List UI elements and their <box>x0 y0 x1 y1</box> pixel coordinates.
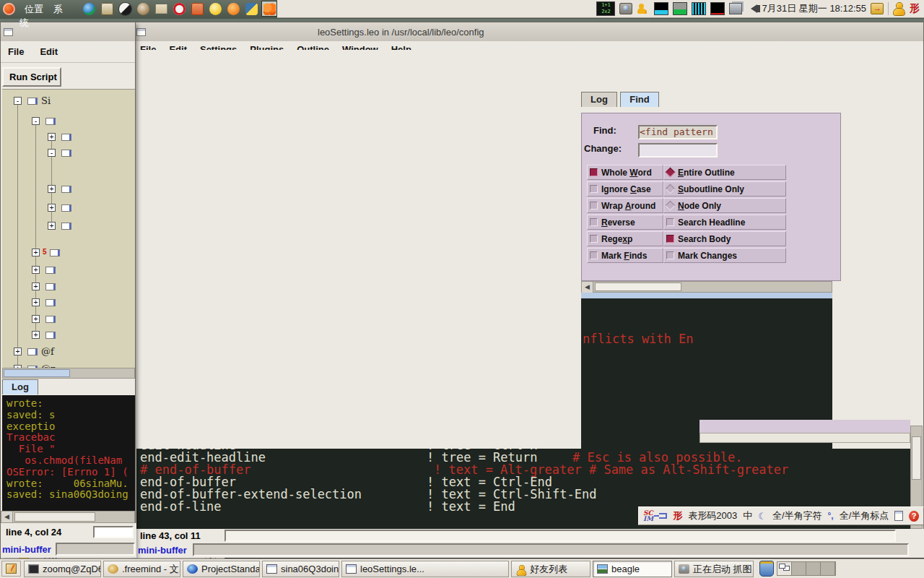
node-icon[interactable] <box>45 283 56 290</box>
expand-icon[interactable]: + <box>48 204 56 212</box>
scrollbar-thumb[interactable] <box>595 282 681 291</box>
menu-edit[interactable]: Edit <box>169 41 187 50</box>
butterfly-launcher[interactable] <box>261 1 277 17</box>
volume-icon[interactable] <box>746 4 757 13</box>
taskbar-button-.freemind - 文...[interactable]: .freemind - 文... <box>103 561 180 577</box>
node-icon[interactable] <box>61 134 71 141</box>
scim-tray-icon[interactable]: 形 <box>910 2 920 15</box>
tree-node[interactable]: -Si <box>2 95 135 107</box>
node-icon[interactable] <box>27 98 38 105</box>
punctuation-mode-icon[interactable]: °, <box>828 511 834 521</box>
leo-log-pane[interactable]: wrote:saved: sexceptioTracebac File " os… <box>2 395 135 511</box>
screenshot-launcher[interactable] <box>99 1 115 17</box>
chinese-mode-toggle[interactable]: 中 <box>743 509 752 522</box>
minibuffer-input[interactable] <box>56 543 135 556</box>
expand-icon[interactable]: + <box>32 266 40 274</box>
node-icon[interactable] <box>61 150 71 157</box>
workspace-switcher[interactable] <box>777 561 836 576</box>
mail-launcher[interactable] <box>153 1 169 17</box>
find-option[interactable]: Ignore Case <box>587 181 663 197</box>
ime-engine-icon[interactable]: 形 <box>673 509 682 522</box>
taskbar-button-正在启动 抓图[interactable]: 正在启动 抓图 <box>674 561 754 577</box>
node-icon[interactable] <box>45 267 56 274</box>
panel-menu-位置[interactable]: 位置 <box>19 1 48 17</box>
find-option[interactable]: Entire Outline <box>663 165 786 180</box>
radio-icon[interactable] <box>666 201 676 211</box>
expand-icon[interactable]: + <box>32 282 40 290</box>
expand-icon[interactable]: + <box>32 249 40 256</box>
menu-file[interactable]: File <box>8 46 24 57</box>
node-icon[interactable] <box>61 204 71 212</box>
show-desktop-button[interactable] <box>1 561 21 577</box>
pin-icon[interactable] <box>659 513 667 519</box>
opera-launcher[interactable] <box>171 1 187 17</box>
lock-screen-icon[interactable] <box>637 3 650 14</box>
display-tray-icon[interactable] <box>729 3 742 14</box>
ime-name-label[interactable]: 表形码2003 <box>688 509 737 522</box>
menu-settings[interactable]: Settings <box>200 41 237 50</box>
checkbox-icon[interactable] <box>666 235 674 243</box>
scroll-left-arrow-icon[interactable]: ◀ <box>1 512 13 522</box>
checkbox-icon[interactable] <box>666 251 674 259</box>
tree-node[interactable]: - <box>2 147 135 159</box>
node-icon[interactable] <box>50 249 60 256</box>
gimp-launcher[interactable] <box>135 1 151 17</box>
find-pattern-input[interactable]: <find pattern here> <box>638 125 718 139</box>
checkbox-icon[interactable] <box>590 202 598 210</box>
collapse-icon[interactable]: - <box>48 149 56 157</box>
tree-horizontal-scrollbar[interactable] <box>2 368 135 379</box>
radio-icon[interactable] <box>666 168 676 178</box>
tree-node[interactable]: + <box>2 329 135 341</box>
bsuite-launcher[interactable] <box>189 1 205 17</box>
taskbar-button-sina06Q3doin...[interactable]: sina06Q3doin... <box>262 561 339 577</box>
workspace-3[interactable] <box>806 562 821 575</box>
tab-find[interactable]: Find <box>620 92 658 107</box>
taskbar-button-好友列表[interactable]: 好友列表 <box>511 561 590 577</box>
outline-horizontal-scrollbar[interactable]: ◀ <box>581 281 832 293</box>
collapse-icon[interactable]: - <box>14 97 22 105</box>
im-presence-tray-icon[interactable] <box>893 3 905 15</box>
log-horizontal-scrollbar[interactable]: ◀ <box>1 511 135 523</box>
find-option[interactable]: Search Body <box>663 231 786 246</box>
menu-window[interactable]: Window <box>342 41 378 50</box>
screenshot-tray-icon[interactable] <box>619 3 632 14</box>
window-menu-icon[interactable] <box>136 28 146 36</box>
scim-input-bar[interactable]: SCIM 形 表形码2003 中 ☾ 全/半角字符 °, 全/半角标点 ? <box>638 506 924 525</box>
workspace-4[interactable] <box>821 562 835 575</box>
minibuffer-input[interactable] <box>193 543 909 556</box>
find-option[interactable]: Suboutline Only <box>663 181 786 197</box>
find-option[interactable]: Mark Changes <box>663 248 786 263</box>
expand-icon[interactable]: + <box>14 348 22 355</box>
find-option[interactable]: Reverse <box>587 215 663 230</box>
disk-monitor-applet[interactable] <box>710 2 725 15</box>
tree-node[interactable]: + <box>2 220 135 232</box>
menu-outline[interactable]: Outline <box>297 41 329 50</box>
expand-icon[interactable]: + <box>32 298 40 306</box>
scroll-left-arrow-icon[interactable]: ◀ <box>582 282 593 293</box>
window-menu-icon[interactable] <box>4 28 13 36</box>
skype-launcher[interactable] <box>225 1 241 17</box>
contrast-launcher[interactable] <box>117 1 133 17</box>
find-option[interactable]: Wrap Around <box>587 198 663 213</box>
find-option[interactable]: Mark Finds <box>587 248 663 263</box>
expand-icon[interactable]: + <box>48 133 56 141</box>
tree-node[interactable]: + <box>2 184 135 195</box>
taskbar-button-leoSettings.le...[interactable]: leoSettings.le... <box>341 561 509 577</box>
menu-edit[interactable]: Edit <box>40 46 58 57</box>
tree-node[interactable]: +@f <box>2 346 135 358</box>
node-icon[interactable] <box>45 118 56 125</box>
workspace-pager-applet[interactable]: 1+12x2 <box>596 1 615 16</box>
node-icon[interactable] <box>45 316 56 323</box>
tab-log[interactable]: Log <box>2 379 38 394</box>
find-option[interactable]: Search Headline <box>663 215 786 230</box>
workspace-2[interactable] <box>792 562 806 575</box>
menu-plugins[interactable]: Plugins <box>250 41 284 50</box>
tree-node[interactable]: + <box>2 281 135 293</box>
expand-icon[interactable]: + <box>48 185 56 193</box>
radio-icon[interactable] <box>666 184 676 194</box>
node-icon[interactable] <box>61 223 71 230</box>
halfwidth-moon-icon[interactable]: ☾ <box>758 511 767 522</box>
node-icon[interactable] <box>61 186 71 193</box>
scrollbar-thumb[interactable] <box>4 369 70 377</box>
tree-node[interactable]: - <box>2 116 135 127</box>
